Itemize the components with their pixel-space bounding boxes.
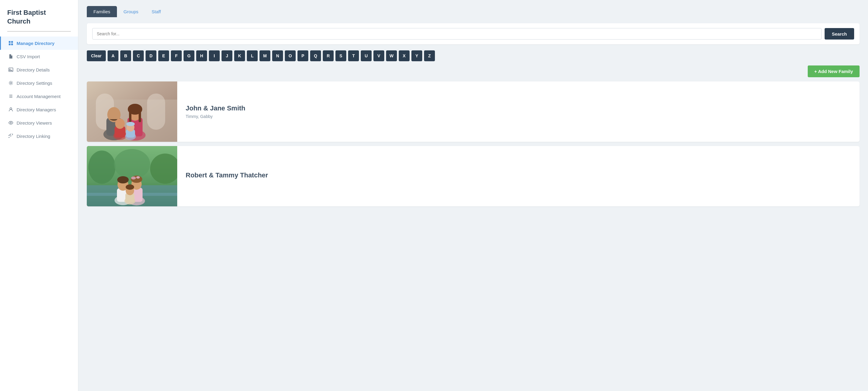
alpha-btn-C[interactable]: C (133, 50, 144, 61)
svg-rect-3 (11, 44, 13, 45)
sidebar-item-label: CSV Import (17, 54, 40, 59)
tab-groups[interactable]: Groups (117, 6, 145, 17)
svg-rect-1 (11, 41, 13, 43)
sidebar-item-label: Directory Settings (17, 81, 52, 86)
search-button[interactable]: Search (825, 28, 854, 39)
alpha-btn-N[interactable]: N (272, 50, 283, 61)
svg-rect-23 (129, 110, 131, 122)
eye-icon (8, 120, 13, 125)
sidebar-item-directory-viewers[interactable]: Directory Viewers (0, 116, 78, 130)
app-title: First BaptistChurch (0, 8, 78, 31)
svg-point-33 (88, 150, 116, 184)
person-icon (8, 107, 13, 112)
sidebar-item-label: Directory Managers (17, 107, 56, 112)
family-photo-thatcher (87, 146, 177, 206)
alpha-btn-D[interactable]: D (146, 50, 156, 61)
family-card-thatcher[interactable]: Robert & Tammy Thatcher (87, 146, 860, 206)
alpha-btn-V[interactable]: V (373, 50, 384, 61)
sidebar-item-label: Manage Directory (17, 41, 55, 46)
svg-rect-24 (138, 110, 141, 122)
alpha-btn-Z[interactable]: Z (424, 50, 435, 61)
alpha-filter: ClearABCDEFGHIJKLMNOPQRSTUVWXYZ (87, 49, 860, 65)
content-area: Search ClearABCDEFGHIJKLMNOPQRSTUVWXYZ +… (79, 17, 868, 391)
family-photo-smith (87, 81, 177, 142)
add-family-button[interactable]: + Add New Family (808, 65, 860, 77)
tab-staff[interactable]: Staff (145, 6, 167, 17)
svg-point-47 (136, 176, 140, 178)
sidebar-item-manage-directory[interactable]: Manage Directory (0, 36, 78, 50)
svg-point-11 (10, 122, 11, 123)
grid-icon (8, 40, 13, 46)
alpha-btn-T[interactable]: T (348, 50, 359, 61)
alpha-btn-J[interactable]: J (221, 50, 232, 61)
family-info-thatcher: Robert & Tammy Thatcher (177, 146, 276, 206)
family-name: John & Jane Smith (186, 104, 245, 112)
svg-rect-15 (147, 93, 165, 130)
svg-point-51 (126, 184, 134, 190)
alpha-btn-S[interactable]: S (336, 50, 346, 61)
alpha-btn-A[interactable]: A (107, 50, 119, 61)
alpha-btn-H[interactable]: H (196, 50, 207, 61)
svg-rect-4 (9, 68, 13, 72)
alpha-btn-M[interactable]: M (259, 50, 270, 61)
alpha-btn-P[interactable]: P (298, 50, 308, 61)
alpha-btn-G[interactable]: G (184, 50, 194, 61)
alpha-btn-Y[interactable]: Y (411, 50, 422, 61)
sidebar-item-directory-linking[interactable]: Directory Linking (0, 130, 78, 143)
svg-point-31 (126, 122, 135, 126)
image-icon (8, 67, 13, 73)
sidebar-item-csv-import[interactable]: CSV Import (0, 50, 78, 63)
search-input[interactable] (92, 28, 822, 39)
sidebar-divider (7, 31, 71, 32)
svg-point-34 (114, 149, 150, 179)
family-info-smith: John & Jane SmithTimmy, Gabby (177, 81, 254, 142)
svg-point-27 (115, 118, 125, 129)
sidebar-item-label: Directory Linking (17, 134, 50, 139)
link-icon (8, 133, 13, 139)
svg-point-41 (117, 176, 129, 184)
family-list: John & Jane SmithTimmy, Gabby (87, 81, 860, 206)
sidebar-item-label: Directory Viewers (17, 120, 52, 125)
sidebar-item-directory-details[interactable]: Directory Details (0, 63, 78, 76)
svg-rect-0 (9, 41, 10, 43)
alpha-btn-E[interactable]: E (158, 50, 169, 61)
alpha-btn-X[interactable]: X (399, 50, 410, 61)
svg-point-6 (10, 82, 12, 84)
sidebar-nav: Manage Directory CSV Import Directory De… (0, 36, 78, 143)
family-card-smith[interactable]: John & Jane SmithTimmy, Gabby (87, 81, 860, 142)
gear-icon (8, 80, 13, 86)
family-name: Robert & Tammy Thatcher (186, 171, 268, 179)
list-icon (8, 93, 13, 99)
sidebar-item-directory-managers[interactable]: Directory Managers (0, 103, 78, 116)
svg-point-10 (10, 108, 12, 110)
alpha-btn-I[interactable]: I (209, 50, 220, 61)
alpha-btn-W[interactable]: W (386, 50, 397, 61)
add-family-row: + Add New Family (87, 65, 860, 77)
sidebar-item-account-management[interactable]: Account Management (0, 90, 78, 103)
sidebar-item-directory-settings[interactable]: Directory Settings (0, 76, 78, 90)
alpha-btn-F[interactable]: F (171, 50, 182, 61)
svg-rect-2 (9, 44, 10, 45)
alpha-btn-O[interactable]: O (285, 50, 296, 61)
sidebar: First BaptistChurch Manage Directory CSV… (0, 0, 79, 391)
tab-bar: FamiliesGroupsStaff (79, 0, 868, 17)
alpha-btn-L[interactable]: L (247, 50, 258, 61)
file-icon (8, 54, 13, 59)
alpha-btn-R[interactable]: R (323, 50, 334, 61)
main-content: FamiliesGroupsStaff Search ClearABCDEFGH… (79, 0, 868, 391)
clear-filter-button[interactable]: Clear (87, 50, 106, 61)
alpha-btn-U[interactable]: U (361, 50, 372, 61)
sidebar-item-label: Account Management (17, 94, 61, 99)
svg-point-46 (131, 176, 136, 179)
alpha-btn-Q[interactable]: Q (310, 50, 321, 61)
tab-families[interactable]: Families (87, 6, 117, 17)
alpha-btn-B[interactable]: B (120, 50, 131, 61)
alpha-btn-K[interactable]: K (234, 50, 245, 61)
search-bar: Search (87, 23, 860, 44)
sidebar-item-label: Directory Details (17, 67, 50, 73)
family-members: Timmy, Gabby (186, 114, 245, 119)
